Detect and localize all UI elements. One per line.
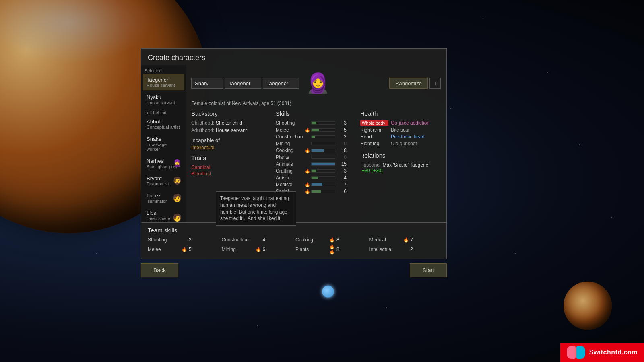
health-right-leg: Right leg Old gunshot <box>360 141 441 146</box>
char-avatar: 🧕 <box>172 159 182 169</box>
team-skill-cooking: Cooking 🔥 8 <box>295 237 366 243</box>
dialog-title: Create characters <box>141 49 446 65</box>
switch-left-joy <box>567 346 576 359</box>
team-skill-construction: Construction 4 <box>222 237 293 243</box>
trait-bloodlust: Bloodlust <box>191 171 272 177</box>
team-grid: Shooting 3 Construction 4 Cooking 🔥 8 Me… <box>148 237 440 255</box>
right-column: Health Whole body Go-juice addiction Rig… <box>360 110 441 195</box>
trait-cannibal: Cannibal <box>191 165 272 170</box>
skill-artistic: Artistic 4 <box>276 175 356 181</box>
orb-blue <box>322 286 334 298</box>
bloodlust-tooltip: Taegener was taught that eating human me… <box>216 191 296 226</box>
char-role: Conceptual artist <box>147 125 180 130</box>
health-addiction: Go-juice addiction <box>391 120 429 126</box>
info-button[interactable]: i <box>429 78 441 89</box>
char-item-bryant[interactable]: Bryant Taxonomist 🧔 <box>143 173 184 189</box>
tooltip-text: Taegener was taught that eating human me… <box>220 195 289 221</box>
health-status: Bite scar <box>391 127 410 133</box>
adulthood-row: Adulthood: House servant <box>191 128 272 133</box>
team-skill-mining: Mining 🔥 6 <box>222 244 293 255</box>
switch-badge: Switchntd.com <box>560 343 644 362</box>
char-name: Taegener <box>147 77 180 83</box>
char-description: Female colonist of New Arrivals, age 51 … <box>191 101 441 106</box>
health-part: Right leg <box>360 141 388 146</box>
team-skill-intellectual: Intellectual 2 <box>369 244 440 255</box>
incapable-section: Incapable of Intellectual <box>191 137 272 150</box>
childhood-label: Childhood: <box>191 120 213 126</box>
left-column: Backstory Childhood: Shelter child Adult… <box>191 110 272 195</box>
health-status: Prosthetic heart <box>391 134 425 140</box>
backstory-section: Backstory Childhood: Shelter child Adult… <box>191 110 272 133</box>
relation-row: Husband Max 'Snake' Taegener +30 (+30) <box>360 162 441 173</box>
adulthood-value: House servant <box>216 128 247 133</box>
char-item-snake[interactable]: Snake Low-wage worker <box>143 133 184 154</box>
relation-name: Max 'Snake' Taegener <box>382 162 430 168</box>
switch-logo <box>567 346 585 359</box>
health-part: Right arm <box>360 127 388 133</box>
char-item-taegener[interactable]: Taegener House servant <box>143 74 184 90</box>
char-role: Low-wage worker <box>147 142 180 152</box>
backstory-title: Backstory <box>191 110 272 117</box>
team-skills-panel: Team skills Shooting 3 Construction 4 Co… <box>141 222 447 259</box>
start-button[interactable]: Start <box>410 263 447 277</box>
bottom-buttons: Back Start <box>141 263 447 277</box>
character-portrait: 🧕 <box>304 69 332 97</box>
char-name: Nyaku <box>147 94 180 100</box>
character-list: Selected Taegener House servant Nyaku Ho… <box>141 65 186 231</box>
back-button[interactable]: Back <box>141 263 178 277</box>
nick-name-input[interactable] <box>225 78 261 89</box>
randomize-button[interactable]: Randomize <box>389 78 428 89</box>
skill-crafting: Crafting 🔥 3 <box>276 168 356 174</box>
content-grid: Backstory Childhood: Shelter child Adult… <box>191 110 441 195</box>
skills-section: Skills Shooting 3 Melee 🔥 5 Co <box>276 110 356 195</box>
team-skill-medical: Medical 🔥 7 <box>369 237 440 243</box>
relation-score: +30 (+30) <box>362 168 383 173</box>
childhood-row: Childhood: Shelter child <box>191 120 272 126</box>
char-avatar: 🧑 <box>172 193 182 203</box>
traits-section: Traits Cannibal Bloodlust <box>191 154 272 177</box>
char-avatar: 🧔 <box>172 176 182 186</box>
selected-label: Selected <box>143 67 184 74</box>
skill-shooting: Shooting 3 <box>276 120 356 126</box>
team-skill-melee: Melee 🔥 5 <box>148 244 219 255</box>
health-heart: Heart Prosthetic heart <box>360 134 441 140</box>
char-avatar: 🧑 <box>172 213 182 223</box>
char-name: Abbott <box>147 119 180 125</box>
char-item-nyaku[interactable]: Nyaku House servant <box>143 91 184 108</box>
char-role: House servant <box>147 83 180 88</box>
name-row: 🧕 Randomize i <box>191 69 441 97</box>
skill-plants: Plants 0 <box>276 154 356 160</box>
planet-small <box>564 282 612 330</box>
health-title: Health <box>360 110 441 117</box>
skill-construction: Construction 2 <box>276 134 356 140</box>
health-part: Heart <box>360 134 388 140</box>
char-name: Snake <box>147 136 180 142</box>
skill-cooking: Cooking 🔥 8 <box>276 148 356 153</box>
first-name-input[interactable] <box>191 78 223 89</box>
skill-mining: Mining 0 <box>276 141 356 146</box>
health-whole-body: Whole body Go-juice addiction <box>360 120 441 126</box>
team-skills-title: Team skills <box>148 227 440 234</box>
team-skill-shooting: Shooting 3 <box>148 237 219 243</box>
last-name-input[interactable] <box>263 78 299 89</box>
adulthood-label: Adulthood: <box>191 128 213 133</box>
health-right-arm: Right arm Bite scar <box>360 127 441 133</box>
char-item-lopez[interactable]: Lopez Illuminator 🧑 <box>143 190 184 206</box>
incapable-value: Intellectual <box>191 145 272 150</box>
childhood-value: Shelter child <box>216 120 242 126</box>
incapable-title: Incapable of <box>191 137 272 143</box>
skill-melee: Melee 🔥 5 <box>276 127 356 133</box>
relation-type: Husband <box>360 162 380 168</box>
skill-medical: Medical 🔥 7 <box>276 182 356 187</box>
switch-right-joy <box>576 346 585 359</box>
char-item-nerhesi[interactable]: Nerhesi Ace fighter pilot 🧕 <box>143 155 184 172</box>
traits-title: Traits <box>191 154 272 161</box>
left-behind-label: Left behind <box>143 109 184 116</box>
switch-text: Switchntd.com <box>589 349 638 356</box>
health-status: Old gunshot <box>391 141 417 146</box>
char-role: House servant <box>147 100 180 105</box>
char-item-abbott[interactable]: Abbott Conceptual artist <box>143 116 184 132</box>
relations-title: Relations <box>360 152 441 159</box>
relations-section: Relations Husband Max 'Snake' Taegener +… <box>360 152 441 173</box>
skills-title: Skills <box>276 110 356 117</box>
